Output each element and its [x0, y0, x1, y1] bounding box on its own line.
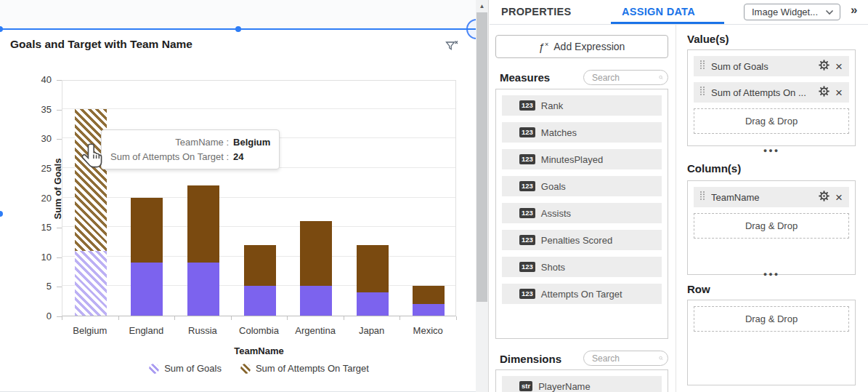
settings-gear-icon[interactable] [819, 60, 830, 73]
values-box: Sum of Goals×Sum of Attempts On ...× Dra… [687, 49, 856, 146]
row-drag-drop-zone[interactable]: Drag & Drop [694, 306, 849, 332]
chart-tooltip: TeamName : Belgium Sum of Attempts On Ta… [101, 129, 280, 169]
drag-handle-icon[interactable] [699, 191, 705, 204]
chip-label: Sum of Attempts On ... [711, 87, 813, 98]
x-axis-label: Argentina [287, 325, 344, 336]
string-type-badge: str [519, 381, 532, 391]
measure-item-assists[interactable]: 123Assists [502, 203, 662, 223]
search-icon [659, 353, 663, 363]
measure-item-penalties-scored[interactable]: 123Penalties Scored [502, 230, 662, 250]
y-tick-label: 25 [28, 163, 52, 174]
bar-russia-goals[interactable] [187, 263, 219, 316]
dimensions-list: strPlayerName [495, 369, 668, 392]
bar-argentina-goals[interactable] [300, 286, 332, 316]
y-tick-label: 5 [28, 281, 52, 292]
remove-icon[interactable]: × [835, 87, 843, 99]
bar-mexico-goals[interactable] [413, 304, 445, 316]
measure-item-rank[interactable]: 123Rank [502, 95, 662, 116]
widget-type-dropdown[interactable]: Image Widget... [744, 4, 840, 20]
remove-icon[interactable]: × [835, 191, 843, 204]
bar-japan-attempts[interactable] [357, 245, 389, 292]
bar-england-attempts[interactable] [131, 198, 163, 263]
gridline [62, 226, 455, 227]
y-tick-mark [57, 110, 62, 111]
values-heading: Value(s) [687, 33, 729, 45]
y-tick-mark [57, 257, 62, 258]
x-tick-mark [174, 316, 175, 320]
field-label: Shots [541, 262, 565, 273]
remove-icon[interactable]: × [835, 60, 843, 73]
x-tick-mark [399, 316, 400, 320]
x-tick-mark [344, 316, 344, 320]
values-drag-drop-zone[interactable]: Drag & Drop [694, 108, 849, 134]
bar-colombia-goals[interactable] [244, 286, 276, 316]
field-label: Goals [541, 181, 566, 192]
dimensions-search[interactable] [583, 351, 668, 366]
selection-handle-top-middle[interactable] [235, 26, 241, 32]
collapse-panel-icon[interactable]: » [851, 3, 857, 17]
drag-handle-icon[interactable] [699, 86, 705, 99]
columns-box: TeamName× Drag & Drop [687, 180, 856, 275]
y-tick-mark [57, 139, 62, 140]
measure-item-goals[interactable]: 123Goals [502, 176, 662, 196]
tooltip-label: Sum of Attempts On Target : [110, 151, 229, 162]
settings-gear-icon[interactable] [819, 86, 830, 100]
scrollbar-thumb[interactable] [476, 12, 487, 302]
measure-item-shots[interactable]: 123Shots [502, 257, 662, 277]
tab-assign-data[interactable]: ASSIGN DATA [611, 0, 724, 24]
dimensions-search-input[interactable] [591, 353, 659, 364]
clear-filter-icon[interactable] [444, 39, 460, 55]
tooltip-value: 24 [233, 151, 270, 162]
value-chip-sum-of-goals[interactable]: Sum of Goals× [694, 56, 849, 76]
bar-mexico-attempts[interactable] [413, 286, 445, 303]
legend-item[interactable]: Sum of Goals [149, 363, 222, 374]
tooltip-label: TeamName : [110, 137, 229, 148]
measure-item-minutesplayed[interactable]: 123MinutesPlayed [502, 149, 662, 169]
bar-japan-goals[interactable] [357, 292, 389, 316]
measure-item-matches[interactable]: 123Matches [502, 122, 662, 143]
canvas-top-strip [0, 0, 476, 28]
numeric-type-badge: 123 [519, 100, 535, 111]
columns-drag-drop-zone[interactable]: Drag & Drop [694, 213, 849, 239]
settings-gear-icon[interactable] [819, 191, 830, 204]
selection-handle-top-left[interactable] [0, 26, 3, 32]
y-tick-mark [57, 228, 62, 228]
tooltip-value: Belgium [233, 137, 270, 148]
legend-item[interactable]: Sum of Attempts On Target [240, 363, 369, 374]
measure-item-attempts-on-target[interactable]: 123Attempts On Target [502, 284, 662, 304]
dimension-item-playername[interactable]: strPlayerName [502, 376, 662, 392]
panel-column-divider [676, 25, 676, 392]
drag-handle-icon[interactable] [699, 60, 705, 73]
chip-label: Sum of Goals [711, 61, 813, 72]
y-tick-label: 10 [28, 252, 52, 263]
y-tick-mark [57, 80, 62, 81]
y-tick-mark [57, 316, 62, 317]
vertical-scrollbar[interactable]: ▲ [476, 0, 489, 392]
bar-england-goals[interactable] [131, 263, 163, 316]
y-tick-label: 30 [28, 133, 52, 144]
measures-search-input[interactable] [591, 72, 659, 84]
tab-properties[interactable]: PROPERTIES [501, 0, 571, 24]
bar-russia-attempts[interactable] [187, 185, 219, 263]
bar-argentina-attempts[interactable] [300, 221, 332, 286]
x-axis-title: TeamName [62, 345, 456, 356]
scroll-up-arrow-icon[interactable]: ▲ [476, 0, 488, 12]
row-heading: Row [687, 283, 710, 295]
numeric-type-badge: 123 [519, 127, 535, 137]
measures-search[interactable] [583, 70, 668, 85]
bar-colombia-attempts[interactable] [244, 245, 276, 287]
bar-belgium-goals[interactable] [75, 251, 107, 316]
gridline [62, 108, 455, 109]
x-tick-mark [456, 316, 457, 320]
columns-resize-grip[interactable]: ●●● [687, 272, 856, 276]
y-tick-label: 15 [28, 222, 52, 233]
column-chip-teamname[interactable]: TeamName× [694, 187, 849, 207]
selection-handle-left-middle[interactable] [0, 211, 3, 217]
numeric-type-badge: 123 [519, 262, 535, 272]
values-resize-grip[interactable]: ●●● [687, 148, 856, 153]
panel-tab-bar: PROPERTIES ASSIGN DATA Image Widget... » [490, 0, 868, 25]
chart-widget-title: Goals and Target with Team Name [10, 38, 192, 51]
add-expression-button[interactable]: ƒ× Add Expression [495, 35, 668, 58]
value-chip-sum-of-attempts-on[interactable]: Sum of Attempts On ...× [694, 82, 849, 103]
numeric-type-badge: 123 [519, 289, 535, 299]
